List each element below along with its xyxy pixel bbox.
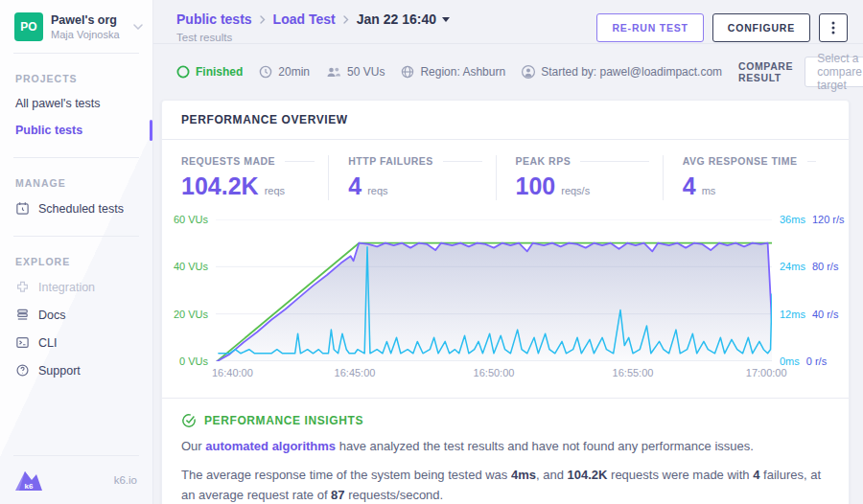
test-status-bar: Finished 20min 50 VUs Region: Ashburn St…	[161, 44, 850, 100]
sidebar-item-integration[interactable]: Integration	[0, 273, 152, 301]
status-vus: 50 VUs	[326, 65, 385, 79]
org-user: Maja Vojnoska	[51, 29, 126, 40]
insights-line-1: Our automated algorithms have analyzed t…	[181, 437, 829, 457]
chevron-right-icon	[343, 15, 349, 24]
check-circle-icon	[181, 413, 197, 428]
k6-logo[interactable]: k6	[13, 468, 44, 493]
clock-icon	[259, 65, 272, 79]
performance-insights: PERFORMANCE INSIGHTS Our automated algor…	[162, 398, 849, 504]
puzzle-icon	[15, 280, 30, 294]
metric-http-failures: HTTP FAILURES 4reqs	[328, 155, 495, 200]
sidebar-section-manage: MANAGE Scheduled tests	[0, 158, 152, 236]
org-name: Pawel's org	[51, 13, 126, 27]
metrics-row: REQUESTS MADE 104.2Kreqs HTTP FAILURES 4…	[162, 140, 849, 206]
configure-button[interactable]: CONFIGURE	[712, 13, 810, 42]
test-result-chart: 60 VUs 40 VUs 20 VUs 0 VUs 36ms120 r/s 2…	[162, 206, 849, 390]
sidebar-item-label: Integration	[38, 281, 95, 294]
help-icon	[15, 363, 30, 378]
sidebar-item-public-tests[interactable]: Public tests	[0, 117, 152, 144]
k6-logo-text: k6	[25, 482, 34, 491]
performance-overview-card: PERFORMANCE OVERVIEW REQUESTS MADE 104.2…	[161, 100, 850, 504]
sidebar-item-label: Docs	[38, 309, 65, 322]
sidebar-item-all-pawels-tests[interactable]: All pawel's tests	[0, 90, 152, 117]
compare-result-label: COMPARE RESULT	[738, 60, 793, 83]
sidebar-item-scheduled-tests[interactable]: Scheduled tests	[0, 195, 152, 222]
user-icon	[522, 65, 535, 79]
page-subtitle: Test results	[176, 32, 450, 43]
time-axis: 16:40:00 16:45:00 16:50:00 16:55:00 17:0…	[216, 367, 772, 390]
chevron-right-icon	[260, 15, 266, 24]
metric-requests-made: REQUESTS MADE 104.2Kreqs	[181, 155, 328, 200]
chart-svg	[216, 219, 772, 361]
org-avatar: PO	[14, 12, 43, 41]
status-finished: Finished	[176, 65, 243, 79]
status-region: Region: Ashburn	[401, 65, 505, 79]
breadcrumb: Public tests Load Test Jan 22 16:40	[176, 11, 450, 27]
app-window: PO Pawel's org Maja Vojnoska PROJECTS Al…	[0, 0, 863, 504]
compare-target-dropdown[interactable]: Select a compare target	[805, 57, 863, 87]
sidebar-footer: k6 k6.io	[13, 455, 139, 504]
page-header: Public tests Load Test Jan 22 16:40 Test…	[153, 0, 863, 44]
test-run-date: Jan 22 16:40	[357, 11, 436, 27]
sidebar-item-docs[interactable]: Docs	[0, 301, 152, 329]
rerun-test-button[interactable]: RE-RUN TEST	[596, 13, 703, 42]
sidebar-section-explore: EXPLORE Integration Docs CLI	[0, 237, 152, 398]
automated-algorithms-link[interactable]: automated algorithms	[205, 439, 336, 453]
metric-avg-response-time: AVG RESPONSE TIME 4ms	[663, 155, 829, 200]
sidebar-item-label: Support	[38, 364, 81, 378]
sidebar-item-label: CLI	[38, 336, 57, 350]
breadcrumb-public-tests[interactable]: Public tests	[176, 11, 252, 27]
kebab-icon	[831, 21, 835, 34]
more-options-button[interactable]	[819, 13, 848, 42]
main-content: Public tests Load Test Jan 22 16:40 Test…	[153, 0, 863, 504]
chart-plot-area[interactable]	[216, 219, 772, 361]
status-started-by: Started by: pawel@loadimpact.com	[522, 65, 722, 79]
section-title: EXPLORE	[0, 242, 152, 273]
section-title: MANAGE	[0, 164, 152, 195]
insights-line-2: The average response time of the system …	[181, 466, 829, 504]
section-title: PROJECTS	[0, 59, 152, 90]
docs-icon	[15, 308, 30, 322]
k6-site-link[interactable]: k6.io	[114, 474, 137, 486]
metric-peak-rps: PEAK RPS 100reqs/s	[496, 155, 663, 200]
caret-down-icon	[442, 17, 450, 22]
sidebar: PO Pawel's org Maja Vojnoska PROJECTS Al…	[0, 0, 153, 504]
status-circle-icon	[176, 65, 190, 79]
breadcrumb-load-test[interactable]: Load Test	[273, 11, 336, 27]
compare-target-placeholder: Select a compare target	[817, 52, 862, 92]
users-icon	[326, 66, 341, 79]
sidebar-item-support[interactable]: Support	[0, 356, 152, 384]
calendar-clock-icon	[15, 201, 30, 216]
ms-rps-axis: 36ms120 r/s 24ms80 r/s 12ms40 r/s 0ms0 r…	[772, 219, 849, 361]
chevron-down-icon	[133, 24, 143, 30]
globe-icon	[401, 65, 414, 79]
terminal-icon	[15, 335, 30, 350]
sidebar-item-cli[interactable]: CLI	[0, 329, 152, 356]
sidebar-section-projects: PROJECTS All pawel's tests Public tests	[0, 54, 152, 157]
vus-axis: 60 VUs 40 VUs 20 VUs 0 VUs	[162, 219, 216, 361]
status-duration: 20min	[259, 65, 310, 79]
insights-title: PERFORMANCE INSIGHTS	[204, 414, 363, 427]
sidebar-item-label: Scheduled tests	[38, 202, 124, 216]
test-run-selector[interactable]: Jan 22 16:40	[357, 11, 450, 27]
card-title: PERFORMANCE OVERVIEW	[162, 101, 849, 140]
org-switcher[interactable]: PO Pawel's org Maja Vojnoska	[0, 0, 152, 53]
